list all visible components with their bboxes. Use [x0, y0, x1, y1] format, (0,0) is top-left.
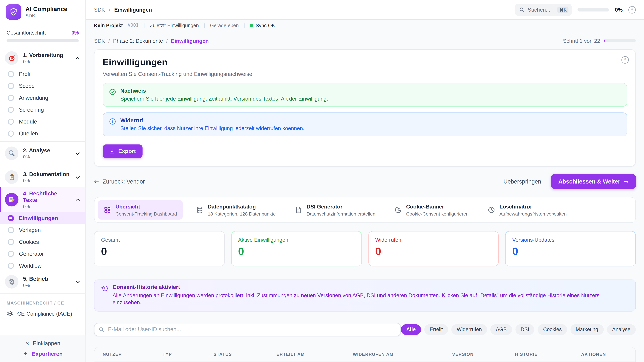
stat-aktive-einwilligungen: Aktive Einwilligungen 0	[231, 231, 362, 266]
sidebar-item-generator[interactable]: Generator	[0, 248, 85, 260]
sidebar-item-profil[interactable]: Profil	[0, 68, 85, 80]
tab-datenpunktkatalog[interactable]: Datenpunktkatalog18 Kategorien, 128 Date…	[190, 200, 282, 219]
notice-text: Stellen Sie sicher, dass Nutzer ihre Ein…	[120, 125, 304, 131]
filter-pill-widerrufen[interactable]: Widerrufen	[452, 324, 487, 335]
sidebar-export-button[interactable]: Exportieren	[23, 351, 63, 357]
notice-title: Widerruf	[120, 117, 304, 123]
global-search[interactable]: ⌘K	[515, 3, 572, 16]
breadcrumb-sdk[interactable]: SDK	[94, 37, 105, 44]
filter-pill-cookies[interactable]: Cookies	[538, 324, 567, 335]
sidebar-item-scope[interactable]: Scope	[0, 80, 85, 92]
sync-status: Sync OK	[250, 22, 275, 28]
section-percent: 0%	[23, 154, 50, 159]
sidebar-group-label: MASCHINENRECHT / CE	[0, 296, 85, 307]
version-badge: V001	[128, 23, 139, 28]
sidebar-section-dokumentation[interactable]: 3. Dokumentation 0%	[0, 167, 85, 187]
breadcrumb-root[interactable]: SDK	[94, 6, 105, 13]
filter-row: Alle Erteilt Widerrufen AGB DSI Cookies …	[94, 323, 636, 336]
skip-button[interactable]: Ueberspringen	[504, 178, 541, 185]
user-search-input[interactable]	[94, 323, 401, 336]
sidebar-item-module[interactable]: Module	[0, 116, 85, 128]
app-logo-row: AI Compliance SDK	[0, 0, 85, 25]
filter-pill-analyse[interactable]: Analyse	[607, 324, 636, 335]
filter-pill-marketing[interactable]: Marketing	[570, 324, 604, 335]
tab-dsi-generator[interactable]: DSI GeneratorDatenschutzinformation erst…	[289, 200, 381, 219]
gear-icon	[5, 275, 18, 289]
sidebar-item-quellen[interactable]: Quellen	[0, 128, 85, 140]
sidebar-item-workflow[interactable]: Workflow	[0, 260, 85, 272]
overall-progress: Gesamtfortschritt 0%	[0, 25, 85, 46]
filter-pill-agb[interactable]: AGB	[490, 324, 512, 335]
sidebar-item-anwendung[interactable]: Anwendung	[0, 92, 85, 104]
search-icon	[519, 7, 524, 12]
sidebar-item-ce-compliance[interactable]: CE-Compliance (IACE)	[0, 307, 85, 320]
chevron-up-icon	[75, 55, 80, 61]
breadcrumb-phase[interactable]: Phase 2: Dokumente	[113, 37, 163, 44]
consent-hero-card: ? Einwilligungen Verwalten Sie Consent-T…	[94, 49, 636, 167]
filter-pill-alle[interactable]: Alle	[401, 324, 421, 335]
card-help-icon[interactable]: ?	[621, 56, 629, 64]
topbar-progress-bar	[578, 8, 609, 11]
sidebar-section-rechtliche-texte[interactable]: 4. Rechtliche Texte 0%	[0, 187, 85, 212]
sidebar-item-vorlagen[interactable]: Vorlagen	[0, 224, 85, 236]
keyboard-shortcut-badge: ⌘K	[557, 6, 568, 13]
section-percent: 0%	[23, 59, 63, 64]
finish-next-button[interactable]: Abschliessen & Weiter →	[551, 174, 636, 189]
database-icon	[196, 206, 204, 214]
sidebar-footer: « Einklappen Exportieren	[0, 335, 85, 362]
chevron-down-icon	[75, 174, 80, 180]
consent-history-banner: Consent-Historie aktiviert Alle Änderung…	[94, 279, 636, 311]
breadcrumb-separator: /	[108, 37, 110, 44]
notice-nachweis: Nachweis Speichern Sie fuer jede Einwill…	[103, 83, 627, 107]
step-indicator: Schritt 1 von 22	[563, 37, 600, 44]
stat-versions-updates: Versions-Updates 0	[505, 231, 636, 266]
arrow-right-icon: →	[624, 178, 628, 185]
global-search-input[interactable]	[528, 6, 554, 13]
sync-ok-dot-icon	[250, 24, 253, 27]
section-title: 3. Dokumentation	[23, 171, 70, 177]
notice-title: Nachweis	[120, 88, 328, 94]
topbar: SDK › Einwilligungen ⌘K 0% ?	[86, 0, 644, 20]
topbar-progress-value: 0%	[615, 6, 623, 13]
divider	[0, 141, 85, 141]
download-icon	[109, 148, 115, 154]
table-header-row: NUTZER TYP STATUS ERTEILT AM WIDERRUFEN …	[94, 347, 635, 362]
col-erteilt-am: ERTEILT AM	[276, 352, 353, 357]
help-icon[interactable]: ?	[628, 6, 636, 13]
divider	[0, 294, 85, 294]
tab-uebersicht[interactable]: ÜbersichtConsent-Tracking Dashboard	[98, 200, 183, 219]
col-nutzer: NUTZER	[103, 352, 163, 357]
col-status: STATUS	[214, 352, 276, 357]
sidebar-section-analyse[interactable]: 2. Analyse 0%	[0, 143, 85, 163]
sidebar-item-einwilligungen[interactable]: Einwilligungen	[0, 212, 85, 224]
info-circle-icon	[109, 118, 116, 131]
collapse-sidebar-button[interactable]: « Einklappen	[25, 340, 60, 347]
cookie-icon	[394, 206, 402, 214]
back-button[interactable]: ← Zurueck: Vendor	[94, 178, 145, 185]
filter-pill-dsi[interactable]: DSI	[515, 324, 535, 335]
breadcrumb-current: Einwilligungen	[114, 6, 152, 13]
section-title: 4. Rechtliche Texte	[23, 190, 70, 203]
radio-icon	[8, 131, 14, 137]
document-icon	[295, 206, 302, 214]
upload-icon	[23, 351, 28, 357]
export-button[interactable]: Export	[103, 144, 142, 158]
sidebar-section-vorbereitung[interactable]: 1. Vorbereitung 0%	[0, 48, 85, 68]
section-title: 1. Vorbereitung	[23, 52, 63, 58]
radio-icon	[8, 71, 14, 77]
tab-cookie-banner[interactable]: Cookie-BannerCookie-Consent konfiguriere…	[388, 200, 474, 219]
sidebar-item-screening[interactable]: Screening	[0, 104, 85, 116]
chip-icon	[6, 310, 13, 317]
subtabs-bar: ÜbersichtConsent-Tracking Dashboard Date…	[94, 197, 636, 223]
statusbar: Kein Projekt V001 | Zuletzt: Einwilligun…	[86, 20, 644, 31]
history-icon	[101, 285, 108, 306]
sidebar-section-betrieb[interactable]: 5. Betrieb 0%	[0, 272, 85, 292]
filter-pill-erteilt[interactable]: Erteilt	[424, 324, 448, 335]
chevron-up-icon	[75, 197, 80, 202]
sidebar: AI Compliance SDK Gesamtfortschritt 0% 1…	[0, 0, 86, 362]
section-percent: 0%	[23, 283, 48, 288]
shield-check-icon	[6, 4, 21, 19]
sidebar-item-cookies[interactable]: Cookies	[0, 236, 85, 248]
tab-loeschmatrix[interactable]: LöschmatrixAufbewahrungsfristen verwalte…	[482, 200, 572, 219]
project-name: Kein Projekt	[94, 22, 123, 28]
